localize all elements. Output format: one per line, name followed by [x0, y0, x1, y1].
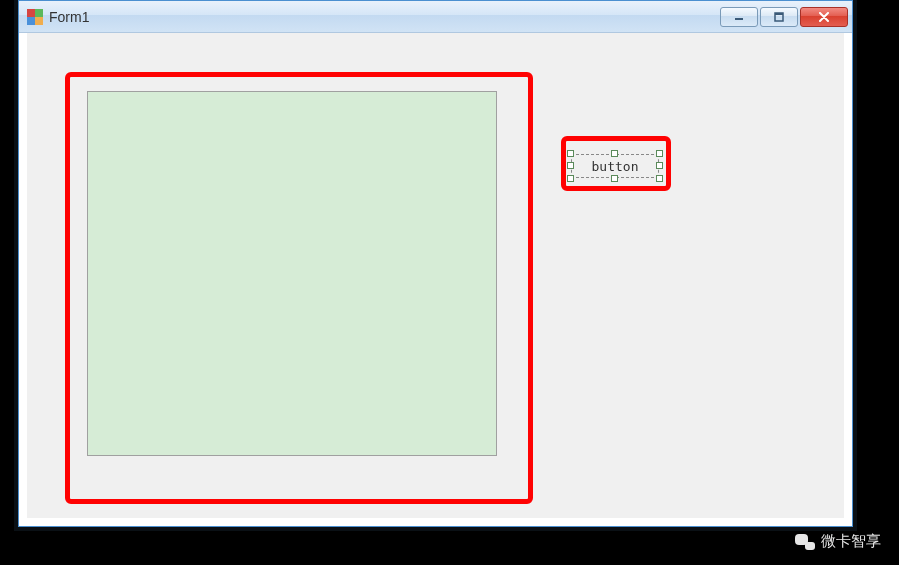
resize-handle-top-right[interactable] — [656, 150, 663, 157]
form-window: Form1 button — [18, 0, 853, 527]
watermark-text: 微卡智享 — [821, 532, 881, 551]
resize-handle-top-left[interactable] — [567, 150, 574, 157]
wechat-icon — [795, 534, 815, 550]
close-button[interactable] — [800, 7, 848, 27]
svg-rect-0 — [735, 18, 743, 20]
app-icon — [27, 9, 43, 25]
maximize-icon — [774, 12, 784, 22]
button-control-selected[interactable]: button — [571, 154, 659, 178]
resize-handle-top-center[interactable] — [611, 150, 618, 157]
panel-control[interactable] — [87, 91, 497, 456]
resize-handle-bottom-center[interactable] — [611, 175, 618, 182]
resize-handle-middle-right[interactable] — [656, 162, 663, 169]
resize-handle-middle-left[interactable] — [567, 162, 574, 169]
window-controls — [720, 7, 848, 27]
minimize-button[interactable] — [720, 7, 758, 27]
maximize-button[interactable] — [760, 7, 798, 27]
resize-handle-bottom-right[interactable] — [656, 175, 663, 182]
watermark: 微卡智享 — [795, 532, 881, 551]
resize-handle-bottom-left[interactable] — [567, 175, 574, 182]
title-bar[interactable]: Form1 — [19, 1, 852, 33]
minimize-icon — [734, 13, 744, 21]
form-client-area[interactable]: button — [27, 33, 844, 518]
close-icon — [818, 12, 830, 22]
button-label: button — [592, 159, 639, 174]
svg-rect-2 — [775, 13, 783, 15]
window-title: Form1 — [49, 9, 720, 25]
